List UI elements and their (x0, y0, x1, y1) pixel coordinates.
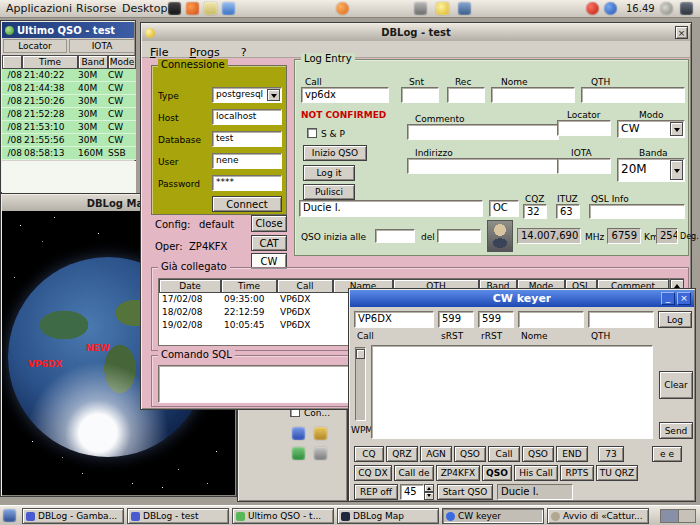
menu-progs[interactable]: Progs (182, 44, 228, 59)
keyer-macro-button[interactable]: AGN (420, 446, 452, 462)
keyer-clear-button[interactable]: Clear (659, 371, 693, 399)
volume-icon[interactable] (660, 2, 673, 15)
spin-up-icon[interactable] (424, 484, 434, 492)
column-header[interactable]: Date (159, 279, 221, 293)
menu-risorse[interactable]: Risorse (76, 2, 116, 15)
keyer-macro-button[interactable]: QRZ (386, 446, 418, 462)
task-dblog-gamba[interactable]: DBLog - Gamba... (22, 508, 124, 524)
column-header[interactable]: Call (277, 279, 333, 293)
document-launcher-icon[interactable] (222, 2, 235, 15)
keyer-macro-button[interactable]: QSO (482, 465, 512, 481)
host-field[interactable]: localhost (212, 109, 282, 125)
dblog-titlebar[interactable]: DBLog - test × (142, 24, 690, 41)
app-launcher-icon[interactable] (336, 2, 349, 15)
database-field[interactable]: test (212, 131, 282, 147)
locator-field[interactable] (557, 120, 611, 136)
column-header-date[interactable] (2, 55, 22, 69)
user-field[interactable]: nene (212, 153, 282, 169)
keyer-macro-button[interactable]: ZP4KFX (436, 465, 480, 481)
chevron-down-icon[interactable] (670, 160, 683, 180)
qso-row[interactable]: /0821:53:1030MCW (2, 121, 136, 134)
qso-row[interactable]: /0821:52:2830MCW (2, 108, 136, 121)
qso-row[interactable]: /0808:58:13160MSSB (2, 147, 136, 160)
keyer-message-textarea[interactable] (371, 345, 653, 439)
bg-tool-icon-1[interactable] (292, 427, 305, 440)
keyer-call-field[interactable]: VP6DX (354, 311, 434, 328)
notes-launcher-icon[interactable] (436, 2, 449, 15)
indirizzo-field[interactable] (407, 158, 559, 174)
keyer-rrst-field[interactable]: 599 (478, 311, 514, 328)
keyer-log-button[interactable]: Log (658, 311, 692, 328)
globe-status-icon[interactable] (604, 2, 617, 15)
keyer-macro-button[interactable]: e e (652, 446, 682, 462)
rep-off-button[interactable]: REP off (354, 484, 398, 500)
display-launcher-icon[interactable] (414, 2, 427, 15)
menu-applicazioni[interactable]: Applicazioni (6, 2, 72, 15)
modo-combobox[interactable]: CW (617, 120, 685, 138)
keyer-macro-button[interactable]: TU QRZ (596, 465, 638, 481)
menu-desktop[interactable]: Desktop (122, 2, 167, 15)
close-icon[interactable]: × (675, 26, 688, 39)
ultimo-qso-titlebar[interactable]: Ultimo QSO - test (2, 22, 134, 38)
qso-start-time-field[interactable] (375, 229, 415, 243)
qso-row[interactable]: /0821:55:5630MCW (2, 134, 136, 147)
task-ultimo-qso[interactable]: Ultimo QSO - t... (232, 508, 334, 524)
workspace-pager[interactable] (660, 509, 696, 523)
bg-tool-icon-3[interactable] (292, 447, 305, 460)
clock[interactable]: 16.49 (626, 3, 655, 14)
terminal-launcher-icon[interactable] (168, 2, 181, 15)
menu-help[interactable]: ? (233, 44, 255, 59)
cat-button[interactable]: CAT (251, 235, 287, 251)
task-avvio-cattura[interactable]: Avvio di «Cattur... (547, 508, 649, 524)
task-dblog-map[interactable]: DBLog Map (337, 508, 439, 524)
qso-row[interactable]: /0821:44:3840MCW (2, 82, 136, 95)
keyer-macro-button[interactable]: CQ (354, 446, 384, 462)
chevron-down-icon[interactable] (670, 122, 683, 136)
qth-field[interactable] (581, 87, 685, 103)
network-launcher-icon[interactable] (458, 2, 471, 15)
inizio-qso-button[interactable]: Inizio QSO (303, 145, 367, 161)
rec-field[interactable] (447, 87, 485, 103)
bg-tool-icon-2[interactable] (314, 427, 327, 440)
snt-field[interactable] (401, 87, 439, 103)
update-notifier-icon[interactable] (586, 2, 599, 15)
wpm-slider-thumb[interactable] (356, 349, 365, 359)
qsl-info-field[interactable] (589, 204, 685, 219)
wpm-spinbox[interactable]: 45 (400, 484, 424, 500)
keyer-qth-field[interactable] (588, 311, 654, 328)
workspace-cell-active[interactable] (661, 510, 679, 522)
monitor-status-icon[interactable] (680, 2, 693, 15)
browser-launcher-icon[interactable] (186, 2, 199, 15)
qso-start-date-field[interactable] (437, 229, 481, 243)
keyer-macro-button[interactable]: QSO (454, 446, 486, 462)
country-field[interactable]: Ducie I. (299, 200, 483, 217)
close-button[interactable]: Close (251, 215, 287, 232)
menu-file[interactable]: File (142, 44, 176, 59)
log-it-button[interactable]: Log it (303, 165, 355, 181)
keyer-srst-field[interactable]: 599 (438, 311, 474, 328)
column-header[interactable]: Time (221, 279, 277, 293)
cqz-field[interactable]: 32 (523, 204, 547, 219)
start-qso-button[interactable]: Start QSO (437, 484, 493, 500)
minimize-icon[interactable]: _ (661, 292, 675, 305)
keyer-macro-button[interactable]: His Call (514, 465, 558, 481)
keyer-macro-button[interactable]: Call (488, 446, 520, 462)
column-header-band[interactable]: Band (78, 55, 108, 69)
continent-field[interactable]: OC (489, 200, 519, 217)
call-field[interactable]: vp6dx (301, 87, 389, 103)
mail-launcher-icon[interactable] (204, 2, 217, 15)
wpm-slider[interactable] (355, 347, 366, 421)
pulisci-button[interactable]: Pulisci (303, 184, 355, 200)
sp-checkbox[interactable] (307, 128, 317, 138)
iota-field[interactable] (557, 158, 611, 174)
nome-field[interactable] (491, 87, 575, 103)
keyer-macro-button[interactable]: END (556, 446, 588, 462)
chevron-down-icon[interactable] (267, 89, 280, 101)
keyer-macro-button[interactable]: QSO (522, 446, 554, 462)
connect-button[interactable]: Connect (212, 196, 282, 212)
spin-down-icon[interactable] (424, 492, 434, 500)
qso-row[interactable]: /0821:40:2230MCW (2, 69, 136, 82)
keyer-macro-button[interactable]: RPTS (560, 465, 594, 481)
bg-tool-icon-4[interactable] (314, 447, 327, 460)
workspace-cell[interactable] (679, 510, 696, 522)
